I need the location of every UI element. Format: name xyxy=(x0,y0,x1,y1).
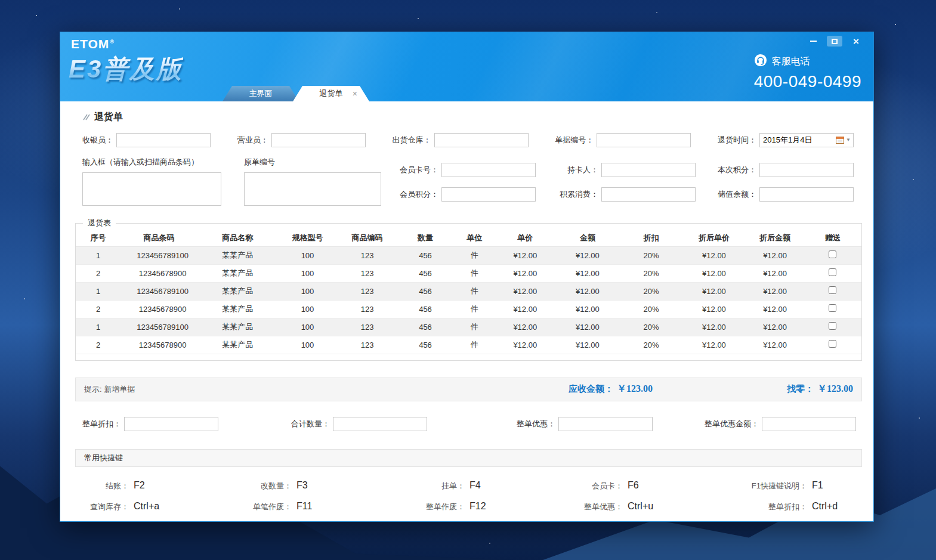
table-cell: 123 xyxy=(338,318,397,336)
order-promo-input[interactable] xyxy=(558,417,653,431)
table-cell: ¥12.00 xyxy=(682,282,746,300)
gift-cell xyxy=(804,318,861,336)
shortcut-key: Ctrl+a xyxy=(134,501,159,512)
shortcut-item: 会员卡：F6 xyxy=(576,480,740,491)
tab-close-icon[interactable]: × xyxy=(353,86,357,101)
table-cell: ¥12.00 xyxy=(495,300,555,318)
total-qty-label: 合计数量： xyxy=(291,419,330,429)
cardholder-label: 持卡人： xyxy=(567,165,598,175)
table-row[interactable]: 212345678900某某产品100123456件¥12.00¥12.0020… xyxy=(76,300,861,318)
table-cell: 456 xyxy=(397,264,454,282)
receivable-amount: 应收金额： ￥123.00 xyxy=(569,383,653,395)
order-promo-amount-input[interactable] xyxy=(762,417,856,431)
service-phone: 400-049-0499 xyxy=(754,72,861,91)
original-order-input[interactable] xyxy=(244,172,381,206)
table-cell: ¥12.00 xyxy=(495,282,555,300)
return-table-header-row: 序号商品条码商品名称规格型号商品编码数量单位单价金额折扣折后单价折后金额赠送 xyxy=(76,230,861,246)
table-cell: ¥12.00 xyxy=(682,246,746,264)
status-bar: 提示: 新增单据 应收金额： ￥123.00 找零： ￥123.00 xyxy=(75,378,862,401)
stored-balance-input[interactable] xyxy=(759,187,854,202)
gift-checkbox[interactable] xyxy=(829,268,836,276)
window-titlebar: ETOM® E3普及版 × xyxy=(60,32,873,101)
table-cell: 1 xyxy=(76,282,121,300)
stars xyxy=(0,0,1,1)
shortcut-item: F1快捷键说明：F1 xyxy=(740,480,854,491)
table-cell: ¥12.00 xyxy=(746,318,804,336)
table-cell: 件 xyxy=(453,282,495,300)
table-cell: ¥12.00 xyxy=(555,264,620,282)
status-hint: 提示: 新增单据 xyxy=(84,384,569,395)
cashier-input[interactable] xyxy=(116,133,211,147)
tab-main-screen[interactable]: 主界面 xyxy=(223,86,299,101)
table-cell: 456 xyxy=(397,318,454,336)
table-cell: 20% xyxy=(620,282,682,300)
table-row[interactable]: 1123456789100某某产品100123456件¥12.00¥12.002… xyxy=(76,282,861,300)
column-header: 折扣 xyxy=(620,230,682,246)
table-cell: ¥12.00 xyxy=(746,246,804,264)
member-card-input[interactable] xyxy=(441,163,536,177)
gift-checkbox[interactable] xyxy=(829,304,836,312)
shortcut-label: 会员卡： xyxy=(576,481,623,491)
table-cell: ¥12.00 xyxy=(682,264,746,282)
brand-title: E3普及版 xyxy=(69,52,183,86)
table-cell: 某某产品 xyxy=(197,282,277,300)
column-header: 商品条码 xyxy=(121,230,197,246)
doc-no-input[interactable] xyxy=(597,133,691,147)
gift-checkbox[interactable] xyxy=(829,340,836,348)
member-points-input[interactable] xyxy=(441,187,536,202)
tab-return-form[interactable]: 退货单 × xyxy=(293,86,369,101)
app-window: ETOM® E3普及版 × xyxy=(60,32,874,522)
table-row[interactable]: 212345678900某某产品100123456件¥12.00¥12.0020… xyxy=(76,336,861,354)
salesperson-input[interactable] xyxy=(271,133,366,147)
column-header: 折后金额 xyxy=(746,230,804,246)
gift-checkbox[interactable] xyxy=(829,286,836,294)
return-table-title: 退货表 xyxy=(83,218,116,228)
barcode-scan-input[interactable] xyxy=(82,172,221,206)
current-points-input[interactable] xyxy=(759,163,854,177)
shortcut-key: F3 xyxy=(296,480,308,491)
tab-main-label: 主界面 xyxy=(249,89,273,98)
current-points-label: 本次积分： xyxy=(718,165,756,175)
window-controls: × xyxy=(805,36,864,47)
table-cell: ¥12.00 xyxy=(555,318,620,336)
shortcut-key: F2 xyxy=(134,480,145,491)
table-cell: 20% xyxy=(620,264,682,282)
minimize-button[interactable] xyxy=(805,36,821,47)
shortcut-label: F1快捷键说明： xyxy=(740,481,807,491)
column-header: 单价 xyxy=(495,230,555,246)
cardholder-input[interactable] xyxy=(601,163,696,177)
table-row[interactable]: 212345678900某某产品100123456件¥12.00¥12.0020… xyxy=(76,264,861,282)
shortcut-label: 改数量： xyxy=(245,481,292,491)
page-title-text: 退货单 xyxy=(94,111,123,123)
return-table: 序号商品条码商品名称规格型号商品编码数量单位单价金额折扣折后单价折后金额赠送 1… xyxy=(76,230,861,354)
gift-checkbox[interactable] xyxy=(829,322,836,330)
warehouse-input[interactable] xyxy=(434,133,529,147)
table-cell: 某某产品 xyxy=(197,246,277,264)
column-header: 商品名称 xyxy=(197,230,277,246)
cashier-label: 收银员： xyxy=(82,135,113,146)
total-qty-input[interactable] xyxy=(333,417,427,431)
table-row[interactable]: 1123456789100某某产品100123456件¥12.00¥12.002… xyxy=(76,246,861,264)
column-header: 数量 xyxy=(397,230,454,246)
salesperson-label: 营业员： xyxy=(237,135,268,146)
table-cell: 2 xyxy=(76,264,121,282)
table-cell: ¥12.00 xyxy=(555,336,620,354)
table-cell: 1 xyxy=(76,246,121,264)
date-dropdown-icon[interactable]: ▼ xyxy=(846,137,851,143)
accumulated-input[interactable] xyxy=(601,187,696,202)
shortcut-label: 整单优惠： xyxy=(576,502,623,512)
member-points-label: 会员积分： xyxy=(400,189,438,200)
table-cell: 件 xyxy=(453,300,495,318)
gift-checkbox[interactable] xyxy=(829,250,836,258)
shortcut-key: F11 xyxy=(296,501,312,512)
table-cell: ¥12.00 xyxy=(495,246,555,264)
table-cell: 件 xyxy=(453,246,495,264)
order-discount-input[interactable] xyxy=(124,417,218,431)
table-cell: 100 xyxy=(277,318,337,336)
table-row[interactable]: 1123456789100某某产品100123456件¥12.00¥12.002… xyxy=(76,318,861,336)
maximize-button[interactable] xyxy=(827,36,842,47)
table-cell: ¥12.00 xyxy=(682,336,746,354)
close-button[interactable]: × xyxy=(848,36,864,47)
calendar-icon[interactable] xyxy=(836,136,844,144)
table-cell: 123456789100 xyxy=(121,246,197,264)
